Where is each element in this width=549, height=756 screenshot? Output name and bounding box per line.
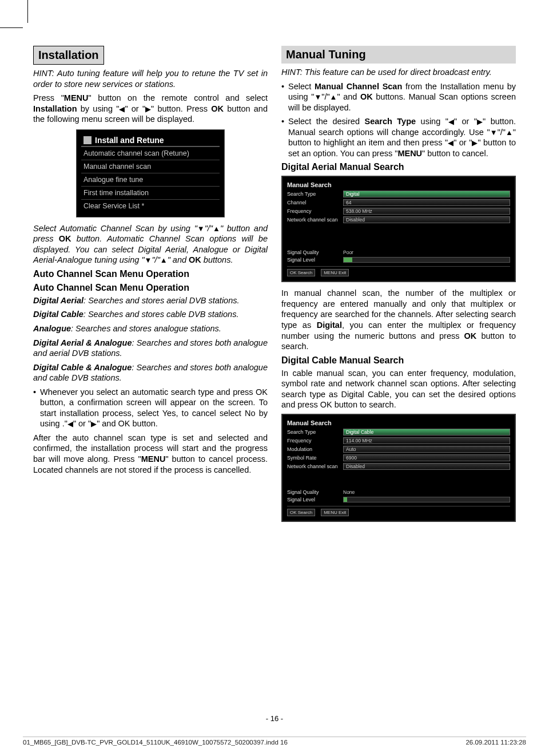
install-retune-menu-screenshot: Install and Retune Automatic channel sca… [76, 129, 225, 217]
digital-cable-analogue-desc: Digital Cable & Analogue: Searches and s… [33, 362, 268, 383]
menu-exit-hint: MENU Exit [321, 509, 349, 516]
menu-item: Manual channel scan [81, 160, 220, 173]
aerial-manual-search-screenshot: Manual Search Search TypeDigital Channel… [281, 176, 516, 282]
field-value: 64 [343, 199, 510, 206]
field-value: Disabled [343, 216, 510, 223]
down-arrow-icon: ▼ [197, 225, 205, 232]
field-value: 538.00 MHz [343, 208, 510, 215]
page-columns: Installation HINT: Auto tuning feature w… [33, 46, 516, 528]
bullet-confirmation: Whenever you select an automatic search … [33, 387, 268, 429]
menu-item: First time installation [81, 186, 220, 199]
field-label: Frequency [287, 208, 340, 214]
footer-bar: 01_MB65_[GB]_DVB-TC_PVR_GOLD14_5110UK_46… [23, 737, 526, 746]
installation-p1: Press "MENU" button on the remote contro… [33, 93, 268, 125]
field-value: 114.00 MHz [343, 437, 510, 444]
page-number: - 16 - [0, 714, 549, 723]
footer-timestamp: 26.09.2011 11:23:28 [466, 739, 526, 746]
field-label: Network channel scan [287, 217, 340, 223]
installation-hint: HINT: Auto tuning feature will help you … [33, 68, 268, 89]
field-value: Digital [343, 191, 510, 197]
signal-quality-label: Signal Quality [287, 250, 340, 255]
signal-quality-label: Signal Quality [287, 489, 340, 495]
ok-search-hint: OK Search [287, 269, 315, 276]
field-value: Digital Cable [343, 429, 510, 436]
field-value: 6900 [343, 454, 510, 461]
down-arrow-icon: ▼ [490, 129, 498, 136]
manual-tuning-title: Manual Tuning [281, 46, 516, 64]
right-arrow-icon: ▶ [91, 420, 97, 428]
menu-item: Analogue fine tune [81, 173, 220, 186]
bullet-select-search-type: Select the desired Search Type using "◀"… [281, 116, 516, 159]
screenshot-footer: OK Search MENU Exit [287, 506, 510, 516]
digital-aerial-manual-search-subhead: Digital Aerial Manual Search [281, 162, 516, 172]
field-value: Auto [343, 446, 510, 453]
right-arrow-icon: ▶ [145, 105, 151, 113]
field-value: Disabled [343, 463, 510, 470]
left-arrow-icon: ◀ [448, 139, 453, 147]
field-label: Modulation [287, 446, 340, 452]
manual-tuning-hint: HINT: This feature can be used for direc… [281, 67, 516, 78]
signal-level-bar [343, 257, 510, 263]
menu-screenshot-title: Install and Retune [81, 134, 220, 147]
left-arrow-icon: ◀ [448, 118, 454, 125]
right-arrow-icon: ▶ [477, 118, 483, 125]
screenshot-footer: OK Search MENU Exit [287, 266, 510, 276]
field-label: Search Type [287, 191, 340, 197]
signal-quality-value: Poor [343, 250, 353, 255]
right-column: Manual Tuning HINT: This feature can be … [281, 46, 516, 528]
up-arrow-icon: ▲ [160, 256, 168, 264]
manual-scan-p2: In cable manual scan, you can enter freq… [281, 368, 516, 410]
manual-scan-p1: In manual channel scan, the number of th… [281, 288, 516, 351]
field-label: Search Type [287, 429, 340, 435]
cable-manual-search-screenshot: Manual Search Search TypeDigital Cable F… [281, 414, 516, 522]
signal-level-label: Signal Level [287, 497, 340, 502]
field-label: Symbol Rate [287, 455, 340, 461]
bullet-select-manual-scan: Select Manual Channel Scan from the Inst… [281, 81, 516, 113]
analogue-desc: Analogue: Searches and stores analogue s… [33, 323, 268, 334]
right-arrow-icon: ▶ [472, 139, 478, 147]
installation-title: Installation [33, 46, 104, 65]
up-arrow-icon: ▲ [506, 129, 513, 136]
field-label: Channel [287, 200, 340, 205]
field-label: Frequency [287, 438, 340, 444]
screenshot-title: Manual Search [287, 181, 510, 188]
signal-level-label: Signal Level [287, 257, 340, 263]
footer-filename: 01_MB65_[GB]_DVB-TC_PVR_GOLD14_5110UK_46… [23, 739, 288, 746]
up-arrow-icon: ▲ [330, 93, 337, 101]
up-arrow-icon: ▲ [213, 225, 220, 232]
ok-search-hint: OK Search [287, 509, 315, 516]
digital-cable-manual-search-subhead: Digital Cable Manual Search [281, 355, 516, 366]
menu-exit-hint: MENU Exit [321, 269, 349, 276]
left-column: Installation HINT: Auto tuning feature w… [33, 46, 268, 528]
auto-scan-subhead-2: Auto Channel Scan Menu Operation [33, 283, 268, 293]
down-arrow-icon: ▼ [145, 256, 152, 264]
installation-p3: After the auto channel scan type is set … [33, 433, 268, 475]
menu-item: Automatic channel scan (Retune) [81, 147, 220, 160]
digital-aerial-desc: Digital Aerial: Searches and stores aeri… [33, 295, 268, 306]
left-arrow-icon: ◀ [119, 105, 125, 113]
wrench-icon [83, 136, 92, 144]
screenshot-title: Manual Search [287, 419, 510, 426]
signal-quality-value: None [343, 489, 355, 495]
digital-cable-desc: Digital Cable: Searches and stores cable… [33, 309, 268, 320]
installation-p2: Select Automatic Channel Scan by using "… [33, 223, 268, 266]
field-label: Network channel scan [287, 464, 340, 469]
down-arrow-icon: ▼ [314, 93, 321, 101]
digital-aerial-analogue-desc: Digital Aerial & Analogue: Searches and … [33, 338, 268, 359]
auto-scan-subhead-1: Auto Channel Scan Menu Operation [33, 269, 268, 279]
left-arrow-icon: ◀ [67, 420, 73, 428]
menu-item: Clear Service List * [81, 199, 220, 212]
signal-level-bar [343, 497, 510, 502]
